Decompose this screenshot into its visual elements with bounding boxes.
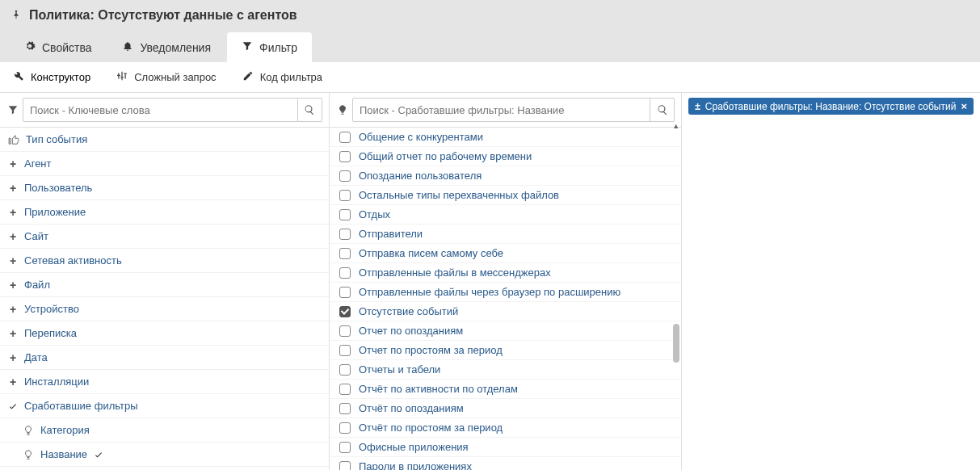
- tree-label: Переписка: [24, 327, 77, 339]
- plus-icon: +: [8, 329, 18, 338]
- checkbox[interactable]: [339, 384, 351, 395]
- checkbox[interactable]: [339, 190, 351, 201]
- checkbox[interactable]: [339, 170, 351, 182]
- wrench-icon: [13, 70, 24, 84]
- checkbox[interactable]: [339, 229, 351, 240]
- filter-label: Общий отчет по рабочему времени: [359, 150, 532, 162]
- pencil-icon: [242, 70, 254, 84]
- tree-label: Сетевая активность: [24, 254, 122, 266]
- tree-label: Сайт: [24, 230, 48, 242]
- filter-item[interactable]: Отсутствие событий: [330, 301, 681, 321]
- search-icon: [304, 104, 315, 115]
- checkbox[interactable]: [339, 403, 351, 414]
- checkbox[interactable]: [339, 325, 351, 337]
- tree-item-expandable[interactable]: +Дата: [0, 346, 329, 370]
- filter-item[interactable]: Опоздание пользователя: [330, 166, 681, 185]
- scroll-up-icon: ▲: [672, 122, 679, 130]
- filter-item[interactable]: Отчёт по опозданиям: [330, 398, 681, 418]
- tree-subitem[interactable]: Название: [0, 443, 329, 467]
- filter-item[interactable]: Отправленные файлы через браузер по расш…: [330, 282, 681, 301]
- scroll-thumb[interactable]: [673, 324, 679, 363]
- keyword-search-button[interactable]: [297, 99, 322, 121]
- tree-label: Инсталляции: [24, 376, 89, 388]
- active-filter-chip[interactable]: ± Сработавшие фильтры: Название: Отсутст…: [688, 98, 974, 115]
- filter-item[interactable]: Отдых: [330, 204, 681, 224]
- filter-search-input[interactable]: [353, 100, 650, 120]
- filter-search-row: [330, 93, 681, 128]
- gears-icon: [24, 40, 36, 54]
- checkbox[interactable]: [339, 248, 351, 259]
- filter-label: Отчеты и табели: [359, 363, 440, 376]
- filter-item[interactable]: Остальные типы перехваченных файлов: [330, 185, 681, 204]
- filter-list: Общение с конкурентамиОбщий отчет по раб…: [330, 128, 681, 470]
- filter-item[interactable]: Отчет по простоям за период: [330, 340, 681, 359]
- filter-item[interactable]: Отправители: [330, 224, 681, 243]
- checkbox[interactable]: [339, 209, 351, 220]
- filter-item[interactable]: Отчёт по простоям за период: [330, 418, 681, 437]
- checkbox[interactable]: [339, 287, 351, 298]
- checkbox[interactable]: [339, 306, 351, 317]
- filter-item[interactable]: Отчеты и табели: [330, 359, 681, 379]
- filter-search-button[interactable]: [650, 99, 674, 121]
- tree-label: Дата: [24, 351, 48, 363]
- filter-item[interactable]: Отправленные файлы в мессенджерах: [330, 262, 681, 282]
- filter-label: Остальные типы перехваченных файлов: [359, 189, 559, 201]
- filter-item[interactable]: Отчет по опозданиям: [330, 321, 681, 340]
- tree-item-expandable[interactable]: +Устройство: [0, 297, 329, 321]
- tree-item-expandable[interactable]: +Сайт: [0, 225, 329, 249]
- filter-item[interactable]: Общий отчет по рабочему времени: [330, 146, 681, 166]
- scrollbar[interactable]: ▲: [671, 122, 679, 470]
- tree-item-expandable[interactable]: +Файл: [0, 273, 329, 297]
- category-tree: Тип события+Агент+Пользователь+Приложени…: [0, 128, 329, 470]
- filter-item[interactable]: Пароли в приложениях: [330, 456, 681, 470]
- tree-item-expandable[interactable]: +Переписка: [0, 321, 329, 346]
- tree-item-event-type[interactable]: Тип события: [0, 128, 329, 152]
- filter-item[interactable]: Общение с конкурентами: [330, 128, 681, 146]
- filter-search-wrap: [352, 98, 675, 122]
- checkbox[interactable]: [339, 345, 351, 356]
- checkbox[interactable]: [339, 442, 351, 453]
- tab-funnel[interactable]: Фильтр: [227, 32, 312, 62]
- filter-item[interactable]: Отправка писем самому себе: [330, 243, 681, 262]
- tree-item-expandable[interactable]: +Сетевая активность: [0, 249, 329, 273]
- tree-item-expandable[interactable]: +Агент: [0, 152, 329, 176]
- tree-item-triggered-filters[interactable]: Сработавшие фильтры: [0, 394, 329, 418]
- tab-gears[interactable]: Свойства: [10, 32, 106, 62]
- checkbox[interactable]: [339, 364, 351, 376]
- filter-label: Отчёт по простоям за период: [359, 422, 503, 434]
- keyword-search-input[interactable]: [23, 100, 297, 120]
- chip-close-icon[interactable]: ×: [961, 100, 967, 112]
- thumb-up-icon: [8, 134, 19, 145]
- checkbox[interactable]: [339, 151, 351, 162]
- funnel-icon: [242, 40, 253, 54]
- filter-label: Отдых: [359, 208, 390, 220]
- tree-item-expandable[interactable]: +Инсталляции: [0, 370, 329, 394]
- subtab-label: Код фильтра: [260, 71, 322, 83]
- filter-item[interactable]: Отчёт по активности по отделам: [330, 379, 681, 398]
- subtab-sliders[interactable]: Сложный запрос: [103, 62, 229, 92]
- tab-bell[interactable]: Уведомления: [107, 32, 225, 62]
- checkbox[interactable]: [339, 461, 351, 471]
- tree-subitem[interactable]: Категория: [0, 418, 329, 443]
- tree-item-expandable[interactable]: +Пользователь: [0, 176, 329, 200]
- check-icon: [8, 401, 18, 411]
- pin-icon: [10, 9, 23, 22]
- subtab-pencil[interactable]: Код фильтра: [229, 62, 335, 92]
- checkbox[interactable]: [339, 422, 351, 434]
- tree-label: Агент: [24, 157, 52, 170]
- tree-item-expandable[interactable]: +Приложение: [0, 200, 329, 225]
- filter-item[interactable]: Офисные приложения: [330, 437, 681, 456]
- plus-icon: +: [8, 280, 18, 290]
- plus-icon: +: [8, 232, 18, 241]
- checkbox[interactable]: [339, 267, 351, 279]
- filter-label: Пароли в приложениях: [359, 460, 472, 470]
- checkbox[interactable]: [339, 132, 351, 143]
- search-icon: [657, 104, 668, 115]
- filter-label: Отчет по простоям за период: [359, 344, 503, 356]
- plus-icon: +: [8, 159, 18, 169]
- bulb-icon: [23, 449, 34, 460]
- subtab-wrench[interactable]: Конструктор: [0, 62, 103, 92]
- chip-toggle-icon[interactable]: ±: [695, 101, 700, 112]
- left-column: Тип события+Агент+Пользователь+Приложени…: [0, 93, 330, 470]
- tab-label: Уведомления: [140, 41, 211, 54]
